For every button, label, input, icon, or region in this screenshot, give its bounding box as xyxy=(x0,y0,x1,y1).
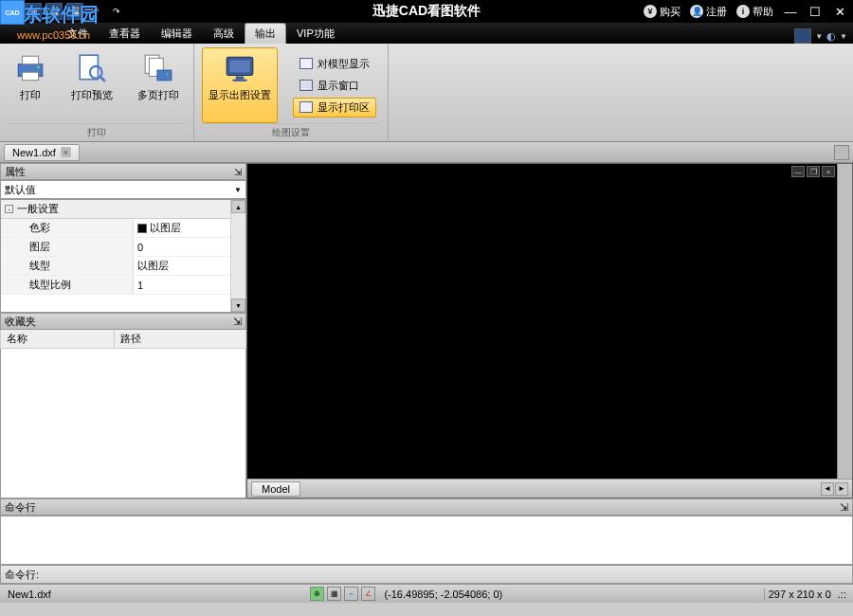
properties-grid: -一般设置 色彩以图层 图层0 线型以图层 线型比例1 ▲▼ xyxy=(0,199,246,313)
favorites-title: 收藏夹 xyxy=(5,315,36,329)
canvas-close-icon[interactable]: × xyxy=(822,166,835,177)
model-display-icon xyxy=(299,58,313,69)
prop-row-color[interactable]: 色彩以图层 xyxy=(1,219,245,238)
multi-print-button[interactable]: 多页打印 xyxy=(131,47,186,123)
title-bar: ▦ ▣ 💾 💾 ↶ ↷ 迅捷CAD看图软件 ¥购买 👤注册 i帮助 — ☐ ✕ xyxy=(0,0,853,23)
show-layout-settings-button[interactable]: 显示出图设置 xyxy=(202,47,278,123)
favorites-panel-header[interactable]: 收藏夹 ⇲ xyxy=(0,313,246,330)
prop-row-layer[interactable]: 图层0 xyxy=(1,238,245,257)
ribbon-panel: 打印 打印预览 多页打印 打印 显示出图设置 对模型显示 显示窗口 显示打印区 xyxy=(0,44,853,142)
col-name[interactable]: 名称 xyxy=(1,330,115,348)
opt-show-print-area[interactable]: 显示打印区 xyxy=(293,98,376,118)
register-button[interactable]: 👤注册 xyxy=(690,5,727,19)
model-tab-bar: Model ◄ ► xyxy=(247,479,852,498)
printer-icon xyxy=(14,52,46,84)
command-title: 命令行 xyxy=(5,500,36,515)
maximize-button[interactable]: ☐ xyxy=(808,4,823,19)
help-button[interactable]: i帮助 xyxy=(736,5,773,19)
close-button[interactable]: ✕ xyxy=(832,4,847,19)
document-tab[interactable]: New1.dxf × xyxy=(4,144,80,161)
command-input[interactable] xyxy=(41,569,848,580)
combo-value: 默认值 xyxy=(5,183,36,197)
chevron-down-icon[interactable]: ▼ xyxy=(840,32,847,41)
scroll-down-icon[interactable]: ▼ xyxy=(231,299,245,312)
favorites-columns: 名称 路径 xyxy=(0,330,246,349)
qat-save-icon[interactable]: 💾 xyxy=(45,3,63,20)
qat-redo-icon[interactable]: ↷ xyxy=(108,3,125,20)
canvas-scrollbar-v[interactable] xyxy=(837,164,852,479)
left-panels: 属性 ⇲ 默认值 ▼ -一般设置 色彩以图层 图层0 线型以图层 线型比例1 ▲… xyxy=(0,163,246,498)
tab-nav-right-icon[interactable]: ► xyxy=(835,482,848,496)
monitor-icon xyxy=(224,52,256,84)
svg-rect-12 xyxy=(229,61,249,73)
status-ortho-icon[interactable]: ⌐ xyxy=(344,587,358,601)
doc-tabs-menu-icon[interactable] xyxy=(834,145,849,160)
minimize-button[interactable]: — xyxy=(783,4,798,19)
chevron-down-icon[interactable]: ▼ xyxy=(815,32,823,41)
group-print-title: 打印 xyxy=(8,123,186,141)
document-tabs: New1.dxf × xyxy=(0,142,853,163)
drawing-canvas[interactable]: — ❐ × xyxy=(247,164,837,479)
tab-output[interactable]: 输出 xyxy=(245,23,286,44)
multi-page-printer-icon xyxy=(142,52,174,84)
command-prompt: 命令行: xyxy=(5,568,39,582)
group-plot-settings: 显示出图设置 对模型显示 显示窗口 显示打印区 绘图设置 xyxy=(194,44,389,141)
properties-panel-header[interactable]: 属性 ⇲ xyxy=(0,163,246,180)
buy-button[interactable]: ¥购买 xyxy=(644,5,681,19)
scroll-up-icon[interactable]: ▲ xyxy=(231,200,245,213)
canvas-window-controls: — ❐ × xyxy=(791,166,835,177)
opt-model-display[interactable]: 对模型显示 xyxy=(293,54,376,74)
status-snap-icon[interactable]: ⊕ xyxy=(310,587,324,601)
ribbon-style-icon[interactable] xyxy=(794,28,811,44)
print-area-icon xyxy=(299,101,313,113)
layout-label: 显示出图设置 xyxy=(209,88,271,102)
qat-new-icon[interactable]: ▦ xyxy=(4,3,21,20)
group-print: 打印 打印预览 多页打印 打印 xyxy=(0,44,194,141)
qat-undo-icon[interactable]: ↶ xyxy=(87,3,104,20)
canvas-area: — ❐ × Model ◄ ► xyxy=(246,163,853,498)
tab-file[interactable]: 文件 xyxy=(57,23,99,44)
tab-advanced[interactable]: 高级 xyxy=(203,23,245,44)
close-tab-icon[interactable]: × xyxy=(61,147,71,157)
svg-rect-1 xyxy=(23,56,39,64)
coin-icon: ¥ xyxy=(644,5,657,18)
prop-category[interactable]: -一般设置 xyxy=(1,200,245,219)
col-path[interactable]: 路径 xyxy=(115,330,147,348)
canvas-restore-icon[interactable]: ❐ xyxy=(807,166,820,177)
model-tab[interactable]: Model xyxy=(251,481,300,497)
print-preview-button[interactable]: 打印预览 xyxy=(64,47,119,123)
status-grid-icon[interactable]: ▦ xyxy=(327,587,341,601)
prop-row-ltscale[interactable]: 线型比例1 xyxy=(1,276,245,295)
tab-vip[interactable]: VIP功能 xyxy=(286,23,345,44)
status-polar-icon[interactable]: ∠ xyxy=(361,587,375,601)
user-icon: 👤 xyxy=(690,5,703,18)
pin-icon[interactable]: ⇲ xyxy=(233,316,242,328)
command-panel-header[interactable]: 命令行 ⇲ xyxy=(0,498,853,516)
ribbon-tabs: 文件 查看器 编辑器 高级 输出 VIP功能 ▼ ◐ ▼ xyxy=(0,23,853,44)
qat-open-icon[interactable]: ▣ xyxy=(25,3,42,20)
info-icon: i xyxy=(736,5,750,18)
tab-nav-left-icon[interactable]: ◄ xyxy=(821,482,834,496)
favorites-list[interactable] xyxy=(0,349,246,498)
workspace: 属性 ⇲ 默认值 ▼ -一般设置 色彩以图层 图层0 线型以图层 线型比例1 ▲… xyxy=(0,163,853,498)
tab-editor[interactable]: 编辑器 xyxy=(151,23,203,44)
scrollbar[interactable]: ▲▼ xyxy=(230,200,245,312)
pin-icon[interactable]: ⇲ xyxy=(234,167,242,177)
document-tab-label: New1.dxf xyxy=(12,147,56,158)
qat-saveas-icon[interactable]: 💾 xyxy=(66,3,83,20)
print-button[interactable]: 打印 xyxy=(8,47,53,123)
svg-rect-2 xyxy=(23,72,39,81)
pin-icon[interactable]: ⇲ xyxy=(840,501,848,514)
properties-title: 属性 xyxy=(5,165,26,179)
magnifier-page-icon xyxy=(76,52,108,84)
quick-access-toolbar: ▦ ▣ 💾 💾 ↶ ↷ xyxy=(0,3,125,20)
command-history[interactable] xyxy=(0,516,853,565)
properties-combo[interactable]: 默认值 ▼ xyxy=(0,180,246,199)
collapse-icon[interactable]: - xyxy=(5,205,13,213)
prop-row-linetype[interactable]: 线型以图层 xyxy=(1,257,245,276)
app-title: 迅捷CAD看图软件 xyxy=(372,3,481,20)
opt-show-window[interactable]: 显示窗口 xyxy=(293,76,376,96)
ribbon-help-icon[interactable]: ◐ xyxy=(826,30,836,43)
tab-viewer[interactable]: 查看器 xyxy=(99,23,151,44)
canvas-minimize-icon[interactable]: — xyxy=(791,166,805,177)
